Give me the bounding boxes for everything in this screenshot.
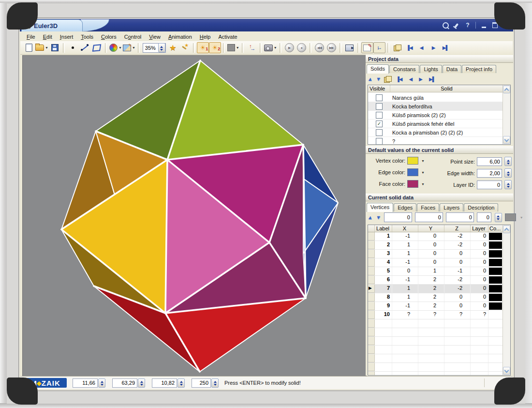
status-spin-buttons[interactable] xyxy=(211,378,219,388)
scroll-down-button[interactable] xyxy=(503,367,510,375)
visible-checkbox[interactable] xyxy=(376,103,383,110)
menu-edit[interactable]: Edit xyxy=(39,33,56,41)
menu-file[interactable]: File xyxy=(23,33,39,41)
dropdown-arrow-icon[interactable]: ▼ xyxy=(132,46,135,49)
prev-solid-button[interactable]: ◀ xyxy=(415,42,428,53)
spin-down[interactable] xyxy=(507,163,510,165)
spin-up[interactable] xyxy=(507,170,510,173)
project-tab-lights[interactable]: Lights xyxy=(420,65,442,73)
spin-down[interactable] xyxy=(140,384,143,386)
line-tool-button[interactable] xyxy=(79,42,91,53)
solid-move-up-button[interactable]: ▲ xyxy=(367,76,373,82)
project-tab-project-info[interactable]: Project info xyxy=(462,65,496,73)
scroll-up-button[interactable] xyxy=(503,86,510,93)
prev-record-button[interactable]: ◀ xyxy=(409,76,413,82)
status-spinner-3[interactable]: 10,82 xyxy=(152,378,185,388)
copy-solid-button[interactable] xyxy=(391,42,403,53)
vertex-row[interactable] xyxy=(368,337,503,346)
color-swatch[interactable] xyxy=(407,157,418,165)
status-spin-buttons[interactable] xyxy=(138,378,145,388)
save-file-button[interactable] xyxy=(49,42,61,53)
vertex-row[interactable]: 81200 xyxy=(368,293,503,302)
last-record-button[interactable]: ▶▌ xyxy=(429,76,435,82)
vertex-move-up-button[interactable]: ▲ xyxy=(367,214,373,220)
color-swatch[interactable] xyxy=(407,180,418,188)
vertex-row[interactable]: 9-1200 xyxy=(368,302,503,311)
favorites-button[interactable]: ★ xyxy=(167,42,179,53)
solid-tab-vertices[interactable]: Vertices xyxy=(367,203,393,212)
menu-control[interactable]: Control xyxy=(120,33,145,41)
vertex-row[interactable] xyxy=(368,319,503,328)
axes-button[interactable]: ↑→ xyxy=(246,42,258,53)
column-header-visible[interactable]: Visible xyxy=(368,85,390,92)
column-header-y[interactable]: Y xyxy=(418,225,444,232)
export-frame-button[interactable] xyxy=(343,42,355,53)
vertex-row[interactable]: 4-1000 xyxy=(368,258,503,267)
dropdown-arrow-icon[interactable]: ▼ xyxy=(118,46,122,49)
menu-help[interactable]: Help xyxy=(196,33,215,41)
column-header-layer[interactable]: Layer xyxy=(471,225,488,232)
vertex-row[interactable] xyxy=(368,354,503,363)
spin-down[interactable] xyxy=(507,174,510,176)
spin-up[interactable] xyxy=(101,379,103,383)
scroll-up-button[interactable] xyxy=(503,226,510,233)
spin-down[interactable] xyxy=(160,49,163,51)
menu-insert[interactable]: Insert xyxy=(56,33,77,41)
vertex-coord-input-x[interactable]: 0 xyxy=(384,212,412,222)
fit-view-button[interactable]: ↔↕ xyxy=(373,42,385,53)
spin-up[interactable] xyxy=(160,45,163,48)
first-solid-button[interactable]: ▐◀ xyxy=(403,42,415,53)
dropdown-arrow-icon[interactable]: ▼ xyxy=(274,46,277,49)
play-button[interactable]: ▶ xyxy=(283,42,296,53)
next-record-button[interactable]: ▶ xyxy=(419,76,422,82)
spin-down[interactable] xyxy=(214,384,217,386)
visible-checkbox[interactable] xyxy=(376,138,383,145)
column-header-rowhdr[interactable] xyxy=(368,225,375,232)
magic-wand-button[interactable] xyxy=(179,42,191,53)
color-wheel-button[interactable]: ▼ xyxy=(109,42,122,53)
vertex-row[interactable]: 10???? xyxy=(368,311,503,319)
help-icon[interactable]: ? xyxy=(464,21,471,30)
project-tab-data[interactable]: Data xyxy=(443,65,461,73)
new-document-button[interactable] xyxy=(23,42,35,53)
title-bar[interactable]: Euler3D ? × xyxy=(20,19,513,31)
solid-row[interactable]: Kocka befordítva xyxy=(368,102,503,111)
open-file-button[interactable]: ▼ xyxy=(35,42,49,53)
status-spinner-1[interactable]: 11,66 xyxy=(73,378,105,388)
stop-button[interactable]: ● xyxy=(296,42,308,53)
menu-tools[interactable]: Tools xyxy=(77,33,97,41)
solid-row[interactable]: ✓Külső piramisok fehér éllel xyxy=(368,120,503,128)
visible-checkbox[interactable]: ✓ xyxy=(376,121,383,127)
status-spin-buttons[interactable] xyxy=(177,378,185,388)
next-solid-button[interactable]: ▶ xyxy=(428,42,440,53)
light-2-button[interactable]: ☀2 xyxy=(209,42,221,53)
step-back-button[interactable]: ◀◀ xyxy=(313,42,325,53)
color-dropdown-icon[interactable]: ▼ xyxy=(421,182,425,186)
vertex-row[interactable]: 6-12-20 xyxy=(368,276,503,285)
spin-up[interactable] xyxy=(180,379,183,383)
spin-up[interactable] xyxy=(214,379,217,383)
value-input[interactable]: 2,00 xyxy=(477,169,502,178)
vertex-row[interactable] xyxy=(368,363,503,372)
menu-animation[interactable]: Animation xyxy=(164,33,196,41)
visible-checkbox[interactable] xyxy=(376,94,383,101)
3d-viewport[interactable] xyxy=(22,55,367,377)
solid-row[interactable]: Narancs gúla xyxy=(368,93,503,102)
visible-checkbox[interactable] xyxy=(376,112,383,119)
column-header-label[interactable]: Label xyxy=(375,225,392,232)
solids-scrollbar[interactable] xyxy=(502,85,510,144)
polygon-tool-button[interactable] xyxy=(91,42,103,53)
step-forward-button[interactable]: ▶▶ xyxy=(325,42,338,53)
menu-activate[interactable]: Activate xyxy=(214,33,241,41)
first-record-button[interactable]: ▐◀ xyxy=(396,76,402,82)
zoom-spin-buttons[interactable] xyxy=(158,43,165,52)
status-spin-buttons[interactable] xyxy=(98,378,105,388)
solid-row[interactable]: Kocka a piramisban (2) (2) (2) xyxy=(368,128,503,137)
last-solid-button[interactable]: ▶▌ xyxy=(440,42,452,53)
vertex-coord-input-z[interactable]: 0 xyxy=(446,212,474,222)
scroll-down-button[interactable] xyxy=(503,136,510,144)
spin-down[interactable] xyxy=(507,186,510,188)
spin-down[interactable] xyxy=(180,384,183,386)
spin-up[interactable] xyxy=(497,214,500,217)
camera-button[interactable]: ▼ xyxy=(264,42,278,53)
